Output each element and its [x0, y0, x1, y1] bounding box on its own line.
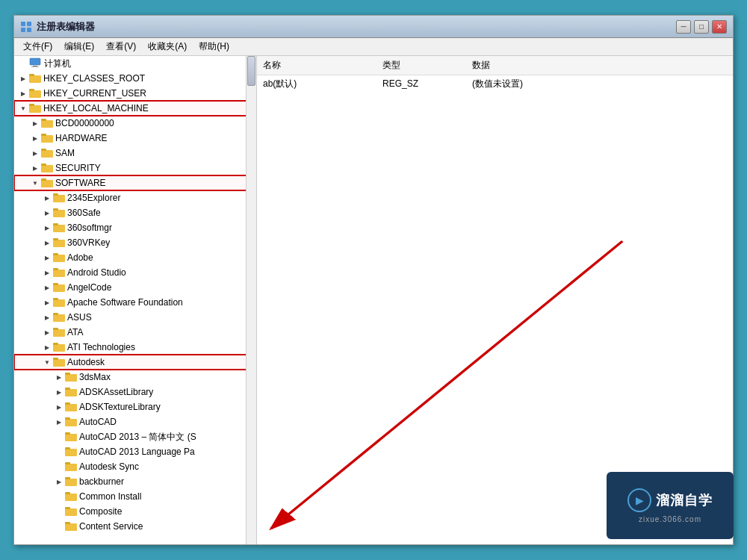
tree-item-computer[interactable]: 计算机 — [14, 56, 256, 71]
tree-item-2345[interactable]: ▶ 2345Explorer — [14, 190, 256, 205]
expander-icon[interactable] — [17, 57, 29, 69]
expander-icon[interactable]: ▶ — [41, 267, 53, 279]
tree-item-angel[interactable]: ▶ AngelCode — [14, 280, 256, 295]
menu-item[interactable]: 帮助(H) — [193, 39, 235, 55]
minimize-button[interactable]: ─ — [676, 20, 691, 34]
tree-item-label: Apache Software Foundation — [67, 297, 183, 308]
tree-panel[interactable]: 计算机▶ HKEY_CLASSES_ROOT▶ HKEY_CURRENT_USE… — [14, 56, 257, 544]
tree-item-hkcr[interactable]: ▶ HKEY_CLASSES_ROOT — [14, 71, 256, 86]
expander-icon[interactable]: ▶ — [41, 341, 53, 353]
expander-icon[interactable]: ▶ — [29, 162, 41, 174]
svg-rect-10 — [29, 89, 34, 91]
tree-item-autocad2013lang[interactable]: AutoCAD 2013 Language Pa — [14, 444, 256, 459]
folder-icon — [65, 447, 77, 457]
tree-item-ata[interactable]: ▶ ATA — [14, 325, 256, 340]
folder-icon — [65, 461, 77, 472]
expander-icon[interactable]: ▶ — [41, 311, 53, 323]
tree-item-backburner[interactable]: ▶ backburner — [14, 474, 256, 489]
tree-item-software[interactable]: ▼ SOFTWARE — [14, 175, 256, 190]
tree-item-sam[interactable]: ▶ SAM — [14, 146, 256, 161]
expander-icon[interactable]: ▼ — [29, 177, 41, 189]
tree-item-adskasset[interactable]: ▶ ADSKAssetLibrary — [14, 385, 256, 399]
tree-item-adobe[interactable]: ▶ Adobe — [14, 250, 256, 265]
tree-item-apache[interactable]: ▶ Apache Software Foundation — [14, 295, 256, 310]
tree-item-hkcu[interactable]: ▶ HKEY_CURRENT_USER — [14, 86, 256, 101]
svg-rect-29 — [53, 240, 65, 247]
svg-rect-30 — [53, 238, 58, 240]
svg-rect-36 — [53, 283, 58, 285]
tree-item-label: 计算机 — [44, 57, 71, 70]
tree-item-composite[interactable]: Composite — [14, 504, 256, 519]
tree-item-android[interactable]: ▶ Android Studio — [14, 265, 256, 280]
svg-rect-64 — [65, 492, 70, 494]
menu-item[interactable]: 收藏夹(A) — [142, 39, 193, 55]
expander-icon[interactable]: ▼ — [17, 102, 29, 114]
scrollbar[interactable] — [246, 56, 256, 544]
maximize-button[interactable]: □ — [694, 20, 709, 34]
expander-icon[interactable]: ▶ — [29, 147, 41, 159]
expander-icon[interactable] — [53, 491, 65, 503]
tree-item-autocad2013sc[interactable]: AutoCAD 2013 – 简体中文 (S — [14, 429, 256, 444]
svg-rect-26 — [53, 208, 58, 211]
svg-rect-32 — [53, 253, 58, 255]
expander-icon[interactable] — [53, 505, 65, 517]
tree-item-label: backburner — [79, 476, 124, 487]
menu-item[interactable]: 文件(F) — [17, 39, 58, 55]
tree-item-adsktex[interactable]: ▶ ADSKTextureLibrary — [14, 399, 256, 414]
svg-line-70 — [271, 241, 622, 529]
expander-icon[interactable]: ▶ — [53, 476, 65, 488]
tree-item-atitec[interactable]: ▶ ATI Technologies — [14, 340, 256, 355]
tree-item-360safe[interactable]: ▶ 360Safe — [14, 205, 256, 220]
scrollbar-thumb[interactable] — [247, 56, 255, 86]
expander-icon[interactable]: ▶ — [41, 281, 53, 293]
expander-icon[interactable]: ▶ — [41, 326, 53, 338]
window-controls: ─ □ ✕ — [676, 20, 727, 34]
menu-item[interactable]: 编辑(E) — [58, 39, 100, 55]
main-window: 注册表编辑器 ─ □ ✕ 文件(F)编辑(E)查看(V)收藏夹(A)帮助(H) … — [13, 15, 734, 545]
menu-item[interactable]: 查看(V) — [100, 39, 142, 55]
expander-icon[interactable]: ▶ — [41, 296, 53, 308]
tree-item-bcd[interactable]: ▶ BCD00000000 — [14, 116, 256, 131]
expander-icon[interactable]: ▶ — [53, 401, 65, 413]
expander-icon[interactable]: ▶ — [29, 117, 41, 129]
expander-icon[interactable]: ▶ — [41, 252, 53, 264]
expander-icon[interactable]: ▶ — [53, 386, 65, 398]
expander-icon[interactable] — [53, 461, 65, 473]
close-button[interactable]: ✕ — [712, 20, 727, 34]
svg-rect-11 — [29, 105, 41, 113]
tree-item-asus[interactable]: ▶ ASUS — [14, 310, 256, 325]
expander-icon[interactable]: ▶ — [53, 371, 65, 383]
expander-icon[interactable] — [53, 446, 65, 458]
tree-item-autodesk[interactable]: ▼ Autodesk — [14, 355, 256, 370]
expander-icon[interactable]: ▶ — [17, 87, 29, 99]
tree-item-360soft[interactable]: ▶ 360softmgr — [14, 220, 256, 235]
expander-icon[interactable]: ▶ — [41, 222, 53, 234]
expander-icon[interactable]: ▶ — [53, 416, 65, 428]
expander-icon[interactable]: ▶ — [41, 207, 53, 219]
tree-item-360vr[interactable]: ▶ 360VRKey — [14, 235, 256, 250]
svg-rect-33 — [53, 270, 65, 277]
expander-icon[interactable]: ▼ — [41, 356, 53, 368]
tree-item-label: ASUS — [67, 312, 92, 323]
folder-icon — [53, 223, 65, 233]
svg-rect-18 — [41, 149, 46, 151]
expander-icon[interactable]: ▶ — [41, 237, 53, 249]
detail-row[interactable]: ab(默认) REG_SZ (数值未设置) — [257, 75, 733, 92]
expander-icon[interactable]: ▶ — [17, 72, 29, 84]
svg-rect-21 — [41, 180, 53, 187]
folder-icon — [53, 342, 65, 352]
tree-item-security[interactable]: ▶ SECURITY — [14, 161, 256, 175]
tree-item-commoninstall[interactable]: Common Install — [14, 489, 256, 504]
tree-item-contentservice[interactable]: Content Service — [14, 519, 256, 534]
tree-item-autosync[interactable]: Autodesk Sync — [14, 459, 256, 474]
folder-icon — [65, 432, 77, 442]
expander-icon[interactable]: ▶ — [41, 192, 53, 204]
expander-icon[interactable] — [53, 520, 65, 532]
svg-rect-14 — [41, 119, 46, 121]
tree-item-autocad[interactable]: ▶ AutoCAD — [14, 414, 256, 429]
tree-item-hklm[interactable]: ▼ HKEY_LOCAL_MACHINE — [14, 101, 256, 116]
tree-item-hardware[interactable]: ▶ HARDWARE — [14, 131, 256, 146]
expander-icon[interactable] — [53, 431, 65, 443]
tree-item-3dsmax[interactable]: ▶ 3dsMax — [14, 370, 256, 385]
expander-icon[interactable]: ▶ — [29, 132, 41, 144]
